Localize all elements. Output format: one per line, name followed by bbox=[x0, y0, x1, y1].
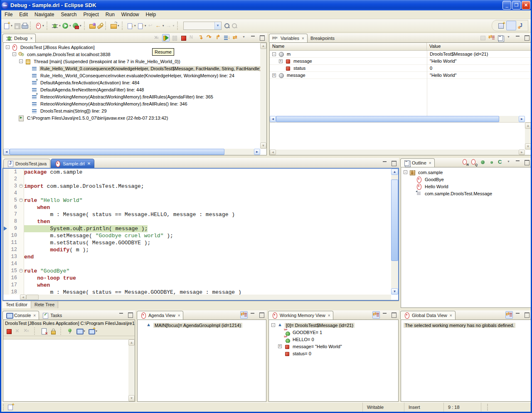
code-line[interactable]: 15 − rule "GoodBye" bbox=[3, 268, 391, 275]
close-tab-icon[interactable]: × bbox=[328, 313, 330, 318]
debug-tree-row[interactable]: - Thread [main] (Suspended (breakpoint a… bbox=[3, 58, 266, 65]
console-toolbar-button[interactable]: ▼ bbox=[5, 327, 12, 335]
console-toolbar-button[interactable]: ▼ bbox=[66, 327, 74, 335]
console-toolbar-button[interactable]: ▼ bbox=[60, 327, 63, 335]
outline-tree-row[interactable]: com.sample.DroolsTest.Message bbox=[401, 190, 531, 197]
toolbar-button[interactable]: ▼ ▼ bbox=[30, 22, 33, 30]
toolbar-button[interactable]: ▼ ▼ bbox=[3, 21, 13, 31]
debug-vscrollbar[interactable]: ▲ ▼ bbox=[260, 43, 266, 149]
debug-tree-row[interactable]: DroolsTest.main(String[]) line: 29 bbox=[3, 107, 266, 114]
console-vscrollbar[interactable]: ▲ ▼ bbox=[128, 339, 135, 401]
close-tab-icon[interactable]: × bbox=[302, 36, 304, 41]
fast-view-icon[interactable] bbox=[7, 404, 14, 411]
annotation-ruler[interactable] bbox=[3, 275, 9, 282]
wm-toolbar-button[interactable] bbox=[390, 311, 397, 319]
annotation-ruler[interactable] bbox=[3, 282, 9, 289]
tab-agenda-view[interactable]: Agenda View × bbox=[137, 311, 183, 320]
console-output[interactable]: ▲ ▼ bbox=[3, 339, 135, 401]
variable-row[interactable]: - m DroolsTest$Message (id=21) bbox=[270, 51, 531, 58]
toolbar-button[interactable]: ▼ ▼ bbox=[51, 21, 62, 31]
wm-toolbar-button[interactable] bbox=[372, 311, 380, 319]
menu-item[interactable]: Edit bbox=[16, 11, 31, 18]
code-line[interactable]: 11 − m.setStatus( Message.GOODBYE ); bbox=[3, 239, 391, 246]
debug-toolbar-button[interactable] bbox=[206, 34, 213, 42]
view-tab[interactable]: Variables × bbox=[269, 34, 308, 42]
debug-tree-row[interactable]: Rule_Hello_World_0.consequence(Knowledge… bbox=[3, 65, 266, 72]
expand-toggle[interactable]: + bbox=[272, 74, 276, 77]
menu-item[interactable]: Project bbox=[80, 11, 102, 18]
scroll-up-icon[interactable]: ▲ bbox=[525, 123, 531, 129]
toolbar-button[interactable]: ▼ ▼ bbox=[62, 21, 72, 31]
scroll-left-icon[interactable]: ◄ bbox=[20, 295, 26, 300]
outline-toolbar-button[interactable] bbox=[470, 159, 478, 166]
expand-toggle[interactable]: + bbox=[278, 344, 282, 348]
debug-toolbar-button[interactable] bbox=[188, 34, 196, 42]
toolbar-button[interactable]: ▼ ▼ bbox=[21, 21, 28, 31]
debug-toolbar-button[interactable] bbox=[197, 34, 204, 42]
close-tab-icon[interactable]: × bbox=[178, 313, 180, 318]
annotation-ruler[interactable] bbox=[3, 239, 9, 246]
dropdown-arrow-icon[interactable]: ▼ bbox=[134, 25, 136, 27]
scroll-down-icon[interactable]: ▼ bbox=[260, 143, 266, 149]
variables-hscrollbar[interactable]: ◄ ► bbox=[270, 116, 525, 122]
scroll-up-icon[interactable]: ▲ bbox=[260, 43, 266, 49]
expand-toggle[interactable]: - bbox=[19, 59, 23, 63]
menu-item[interactable]: Window bbox=[118, 11, 143, 18]
console-toolbar-button[interactable]: ▼ bbox=[34, 327, 37, 335]
code-line[interactable]: 8 − then bbox=[3, 218, 391, 225]
combo-arrow-icon[interactable]: ▼ bbox=[214, 22, 221, 30]
toolbar-button[interactable]: ▼ ▼ bbox=[96, 21, 103, 31]
debug-tree-row[interactable]: ReteooWorkingMemory(AbstractWorkingMemor… bbox=[3, 93, 266, 100]
annotation-ruler[interactable] bbox=[3, 176, 9, 183]
variables-toolbar-button[interactable] bbox=[514, 34, 522, 42]
expand-toggle[interactable]: - bbox=[12, 52, 16, 56]
agenda-toolbar-button[interactable] bbox=[258, 311, 265, 319]
outline-toolbar-button[interactable] bbox=[505, 159, 513, 166]
menu-item[interactable]: Help bbox=[143, 11, 160, 18]
variables-toolbar-button[interactable] bbox=[488, 34, 495, 42]
console-chrome-button[interactable] bbox=[118, 311, 125, 319]
code-line[interactable]: 5 − rule "Hello World" bbox=[3, 197, 391, 204]
outline-toolbar-button[interactable] bbox=[488, 159, 495, 166]
debug-toolbar-button[interactable] bbox=[153, 34, 161, 42]
fold-collapse-icon[interactable]: − bbox=[19, 269, 23, 273]
code-line[interactable]: 2 − bbox=[3, 176, 391, 183]
scroll-right-icon[interactable]: ► bbox=[254, 149, 260, 155]
quick-access-combo[interactable]: ▼ bbox=[183, 22, 222, 30]
editor-tab[interactable]: DroolsTest.java ✕ bbox=[3, 159, 50, 168]
view-tab[interactable]: Breakpoints × bbox=[308, 34, 337, 42]
outline-toolbar-button[interactable] bbox=[462, 159, 469, 166]
variable-row[interactable]: + message "Hello World" bbox=[270, 72, 531, 79]
close-tab-icon[interactable]: ✕ bbox=[87, 161, 91, 166]
menu-item[interactable]: Run bbox=[102, 11, 118, 18]
tab-debug[interactable]: Debug × bbox=[2, 34, 36, 42]
wm-tree-row[interactable]: status= 0 bbox=[269, 350, 398, 357]
toolbar-button[interactable]: ▼ ▼ bbox=[177, 22, 180, 30]
expand-toggle[interactable]: - bbox=[404, 170, 407, 174]
toolbar-button[interactable]: ▼ ▼ bbox=[84, 22, 87, 30]
annotation-ruler[interactable] bbox=[3, 253, 9, 261]
code-line[interactable]: 4 − bbox=[3, 190, 391, 197]
debug-toolbar-button[interactable] bbox=[171, 34, 178, 42]
toolbar-button[interactable]: ▼ ▼ bbox=[137, 21, 147, 31]
code-line[interactable]: 16 − no-loop true bbox=[3, 275, 391, 282]
scroll-right-icon[interactable]: ► bbox=[519, 116, 525, 122]
debug-tree-row[interactable]: DefaultAgenda.fireActivation(Activation)… bbox=[3, 79, 266, 86]
dropdown-arrow-icon[interactable]: ▼ bbox=[144, 25, 147, 27]
toolbar-button[interactable]: ▼ ▼ bbox=[147, 21, 155, 31]
detail-hscrollbar[interactable]: ◄ ► bbox=[270, 150, 525, 155]
debug-hscrollbar[interactable]: ◄ ► bbox=[3, 149, 260, 155]
toolbar-button[interactable]: ▼ ▼ bbox=[34, 21, 45, 31]
code-line[interactable]: 9 − System.out.println( message ); bbox=[3, 225, 391, 232]
fold-collapse-icon[interactable]: − bbox=[19, 198, 23, 202]
wm-tree-row[interactable]: GOODBYE= 1 bbox=[269, 329, 398, 336]
outline-tree-row[interactable]: GoodBye bbox=[401, 176, 531, 183]
annotation-ruler[interactable] bbox=[3, 190, 9, 197]
debug-toolbar-button[interactable] bbox=[214, 34, 222, 42]
code-line[interactable]: 7 − m : Message( status == Message.HELLO… bbox=[3, 211, 391, 218]
detail-vscrollbar[interactable]: ▲ ▼ bbox=[525, 123, 531, 150]
console-toolbar-button[interactable]: ▼ bbox=[76, 327, 86, 335]
expand-toggle[interactable]: - bbox=[271, 323, 275, 327]
close-tab-icon[interactable]: × bbox=[429, 161, 431, 165]
close-tab-icon[interactable]: × bbox=[30, 36, 32, 41]
